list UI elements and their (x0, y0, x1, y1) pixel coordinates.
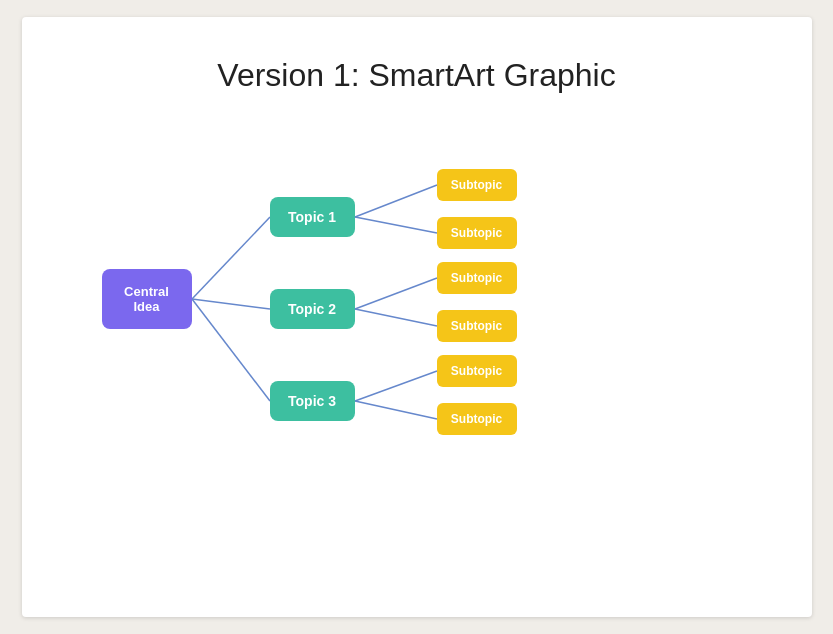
svg-line-8 (355, 401, 437, 419)
slide: Version 1: SmartArt Graphic CentralIdea (22, 17, 812, 617)
central-idea-node: CentralIdea (102, 269, 192, 329)
diagram-area: CentralIdea Topic 1 Topic 2 Topic 3 Subt… (22, 114, 812, 617)
subtopic-5-label: Subtopic (451, 364, 502, 378)
connector-lines (22, 114, 812, 617)
svg-line-3 (355, 185, 437, 217)
svg-line-0 (192, 217, 270, 299)
topic-3-node: Topic 3 (270, 381, 355, 421)
slide-title: Version 1: SmartArt Graphic (217, 57, 615, 94)
subtopic-3-label: Subtopic (451, 271, 502, 285)
svg-line-6 (355, 309, 437, 326)
topic-2-label: Topic 2 (288, 301, 336, 317)
svg-line-1 (192, 299, 270, 309)
svg-line-5 (355, 278, 437, 309)
central-idea-label: CentralIdea (124, 284, 169, 314)
svg-line-2 (192, 299, 270, 401)
subtopic-4-node: Subtopic (437, 310, 517, 342)
topic-1-node: Topic 1 (270, 197, 355, 237)
subtopic-5-node: Subtopic (437, 355, 517, 387)
subtopic-6-label: Subtopic (451, 412, 502, 426)
svg-line-4 (355, 217, 437, 233)
subtopic-1-node: Subtopic (437, 169, 517, 201)
topic-2-node: Topic 2 (270, 289, 355, 329)
topic-1-label: Topic 1 (288, 209, 336, 225)
subtopic-4-label: Subtopic (451, 319, 502, 333)
subtopic-1-label: Subtopic (451, 178, 502, 192)
subtopic-2-node: Subtopic (437, 217, 517, 249)
subtopic-6-node: Subtopic (437, 403, 517, 435)
subtopic-3-node: Subtopic (437, 262, 517, 294)
topic-3-label: Topic 3 (288, 393, 336, 409)
subtopic-2-label: Subtopic (451, 226, 502, 240)
svg-line-7 (355, 371, 437, 401)
